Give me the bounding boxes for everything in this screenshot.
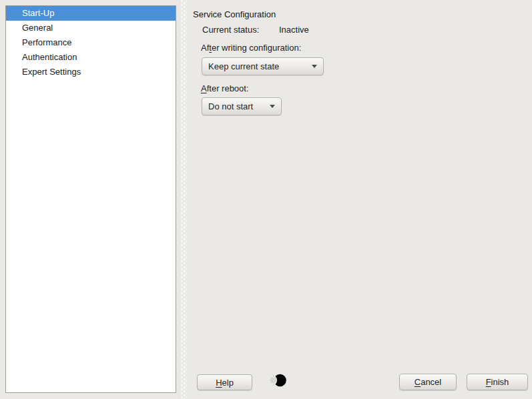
after-writing-configuration-label: After writing configuration: <box>201 43 301 53</box>
label-mnemonic: A <box>201 83 207 93</box>
current-status-label: Current status: <box>202 25 259 35</box>
button-label: Help <box>216 378 234 388</box>
label-mnemonic: F <box>486 377 491 387</box>
module-list: Start-Up General Performance Authenticat… <box>5 5 176 393</box>
button-label: Finish <box>486 377 509 387</box>
label-part: inish <box>491 377 509 387</box>
page-title: Service Configuration <box>193 9 276 19</box>
current-status-value: Inactive <box>279 25 309 35</box>
dropdown-arrow-icon <box>312 65 317 68</box>
cancel-button[interactable]: Cancel <box>399 374 457 390</box>
sidebar-item-performance[interactable]: Performance <box>6 35 176 50</box>
label-mnemonic: C <box>415 377 421 387</box>
label-part: fter reboot: <box>207 83 249 93</box>
label-part: Af <box>201 43 209 53</box>
label-part: er writing configuration: <box>212 43 301 53</box>
after-reboot-label: After reboot: <box>201 83 249 93</box>
pane-separator <box>181 0 187 399</box>
selected-option: Keep current state <box>208 61 306 71</box>
label-part: ancel <box>421 377 441 387</box>
sidebar-item-start-up[interactable]: Start-Up <box>6 6 176 21</box>
sidebar-item-general[interactable]: General <box>6 21 176 35</box>
sidebar-item-expert-settings[interactable]: Expert Settings <box>6 65 176 79</box>
sidebar-item-authentication[interactable]: Authentication <box>6 50 176 65</box>
finish-button[interactable]: Finish <box>467 374 528 390</box>
sun-moon-icon[interactable] <box>269 373 286 388</box>
dropdown-arrow-icon <box>270 105 275 108</box>
after-writing-configuration-select[interactable]: Keep current state <box>202 57 324 75</box>
label-part: elp <box>222 378 234 388</box>
selected-option: Do not start <box>208 101 264 111</box>
button-label: Cancel <box>415 377 441 387</box>
help-button[interactable]: Help <box>197 374 252 390</box>
service-configuration-window: Start-Up General Performance Authenticat… <box>0 0 532 399</box>
after-reboot-select[interactable]: Do not start <box>202 97 282 115</box>
label-mnemonic: H <box>216 378 222 388</box>
